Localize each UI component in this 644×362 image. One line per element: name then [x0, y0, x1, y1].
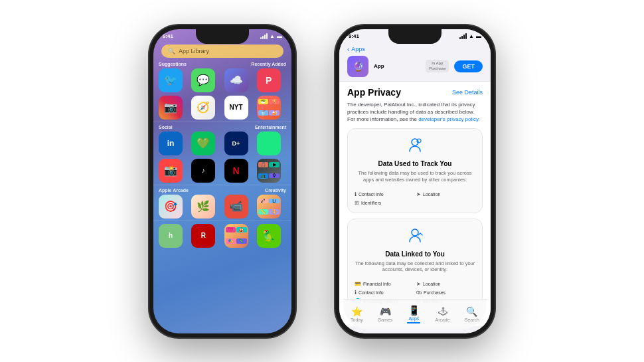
twitter-icon[interactable]: 🐦	[159, 68, 183, 92]
right-phone-screen: 9:41 ▲ ▬ ‹ Apps	[339, 29, 491, 333]
linked-card-header: Data Linked to You The following data ma…	[355, 226, 475, 278]
search-tab-icon: 🔍	[466, 306, 477, 317]
tab-today[interactable]: ⭐ Today	[351, 306, 363, 322]
get-button[interactable]: GET	[454, 60, 483, 72]
instagram-icon[interactable]: 📷	[159, 96, 183, 120]
linked-data-card: Data Linked to You The following data ma…	[347, 219, 483, 312]
track-tag-identifiers: ⊞ Identifiers	[355, 200, 414, 206]
section-suggestions: Suggestions Recently Added 🐦 💬 ☁️ P 📷 🧭 …	[159, 62, 286, 120]
in-app-badge: In AppPurchase	[426, 60, 449, 72]
left-notch	[196, 29, 249, 44]
pocket-icon[interactable]: P	[257, 68, 281, 92]
games-tab-label: Games	[378, 317, 393, 322]
search-icon: 🔍	[168, 48, 175, 54]
track-tag-location: ➤ Location	[416, 191, 475, 197]
left-time: 9:41	[163, 33, 173, 39]
back-text[interactable]: Apps	[351, 46, 365, 52]
app-meta: App	[374, 63, 420, 69]
privacy-content-area: App Privacy See Details The developer, P…	[339, 82, 491, 326]
see-details-link[interactable]: See Details	[452, 89, 483, 96]
right-notch	[388, 29, 442, 44]
linked-icon	[406, 226, 424, 248]
active-tab-indicator	[407, 322, 420, 323]
tab-games[interactable]: 🎮 Games	[378, 306, 393, 322]
linked-tag-contact: ℹ Contact Info	[355, 290, 414, 296]
section-label-row2: Social Entertainment	[159, 125, 286, 130]
section-social: Social Entertainment in 💚 D+ hulu 📸 ♪ N …	[159, 125, 286, 183]
linked-tag-purchases: 🛍 Purchases	[416, 290, 475, 296]
app-grid-row1: 🐦 💬 ☁️ P 📷 🧭 NYT 🥗 🍕 🥤 🍰	[159, 68, 286, 120]
track-card-header: Data Used to Track You The following dat…	[355, 136, 475, 187]
svg-point-2	[412, 229, 418, 236]
linked-tag-location: ➤ Location	[416, 281, 475, 287]
left-phone: 9:41 ▲ ▬ 🔍 App Library	[149, 25, 295, 337]
privacy-description: The developer, PalAbout Inc., indicated …	[347, 101, 483, 124]
section-label-row1: Suggestions Recently Added	[159, 62, 286, 66]
app-store-icon: 🔮	[347, 56, 368, 77]
duolingo-icon[interactable]: 🦜	[257, 224, 281, 248]
search-bar[interactable]: 🔍 App Library	[161, 45, 283, 58]
arcade-label: Apple Arcade	[159, 188, 189, 193]
multi-app-1[interactable]: 🥗 🍕 🥤 🍰	[257, 96, 281, 120]
tab-bar: ⭐ Today 🎮 Games 📱 Apps 🕹 Arcade 🔍	[343, 299, 487, 329]
messages-icon[interactable]: 💬	[191, 68, 215, 92]
right-wifi-icon: ▲	[469, 33, 474, 39]
back-nav: ‹ Apps	[347, 46, 483, 53]
linkedin-icon[interactable]: in	[159, 132, 183, 155]
creativity-multi[interactable]: 🖊 Li 📏 🎨	[257, 195, 281, 219]
app-grid-row3: 🎯 🌿 📹 🖊 Li 📏 🎨	[159, 195, 286, 219]
recently-added-label: Recently Added	[251, 62, 286, 66]
left-phone-screen: 9:41 ▲ ▬ 🔍 App Library	[153, 29, 291, 333]
contact2-icon: ℹ	[355, 290, 357, 296]
tab-apps[interactable]: 📱 Apps	[407, 305, 420, 323]
suggestions-label: Suggestions	[159, 62, 187, 66]
tab-arcade[interactable]: 🕹 Arcade	[435, 306, 449, 322]
nytimes-icon[interactable]: NYT	[224, 96, 248, 120]
section-label-row3: Apple Arcade Creativity	[159, 188, 286, 193]
games-tab-icon: 🎮	[380, 306, 391, 317]
back-chevron-icon: ‹	[347, 46, 349, 53]
search-placeholder: App Library	[179, 48, 209, 54]
arcade-tab-icon: 🕹	[438, 306, 447, 317]
location2-icon: ➤	[416, 281, 421, 287]
game2-icon[interactable]: 🌿	[191, 195, 215, 219]
cloud-app-icon[interactable]: ☁️	[224, 68, 248, 92]
linked-tag-financial: 💳 Financial Info	[355, 281, 414, 287]
location-icon: ➤	[416, 191, 421, 197]
track-tag-contact: ℹ Contact Info	[355, 191, 414, 197]
right-signal-icon	[459, 33, 467, 39]
today-tab-label: Today	[351, 317, 363, 322]
hulu-icon[interactable]: hulu	[257, 132, 281, 155]
entertainment-multi[interactable]: 🎵 ▶ 📺 🎙	[257, 159, 281, 183]
privacy-title: App Privacy	[347, 87, 401, 98]
apps-tab-icon: 📱	[408, 305, 420, 316]
financial-icon: 💳	[355, 281, 361, 287]
creativity-label: Creativity	[265, 188, 286, 193]
search-tab-label: Search	[465, 317, 479, 322]
wifi-icon: ▲	[270, 33, 275, 39]
youcam-icon[interactable]: 📸	[159, 159, 183, 183]
track-icon	[406, 136, 424, 158]
tiktok-icon[interactable]: ♪	[191, 159, 215, 183]
right-time: 9:41	[349, 33, 359, 39]
tab-search[interactable]: 🔍 Search	[465, 306, 479, 322]
netflix-icon[interactable]: N	[224, 159, 248, 183]
contact-info-icon: ℹ	[355, 191, 357, 197]
track-data-card: Data Used to Track You The following dat…	[347, 128, 483, 213]
app-header-row: 🔮 App In AppPurchase GET	[347, 56, 483, 77]
game1-icon[interactable]: 🎯	[159, 195, 183, 219]
privacy-policy-link[interactable]: developer's privacy policy.	[418, 116, 480, 122]
safari-icon[interactable]: 🧭	[191, 96, 215, 120]
misc-multi-1[interactable]: 💗 🎪 🎭 🦎	[224, 224, 248, 248]
houzz-icon[interactable]: h	[159, 224, 183, 248]
vid-icon[interactable]: 📹	[224, 195, 248, 219]
apps-tab-label: Apps	[408, 316, 419, 321]
rakuten-icon[interactable]: R	[191, 224, 215, 248]
signal-icon	[260, 33, 268, 39]
disneyplus-icon[interactable]: D+	[224, 132, 248, 155]
app-store-header: ‹ Apps 🔮 App In AppPurchase GET	[339, 41, 491, 82]
wechat-icon[interactable]: 💚	[191, 132, 215, 155]
track-card-title: Data Used to Track You	[378, 160, 452, 167]
privacy-title-row: App Privacy See Details	[347, 87, 483, 98]
section-misc: h R 💗 🎪 🎭 🦎 🦜	[159, 224, 286, 248]
